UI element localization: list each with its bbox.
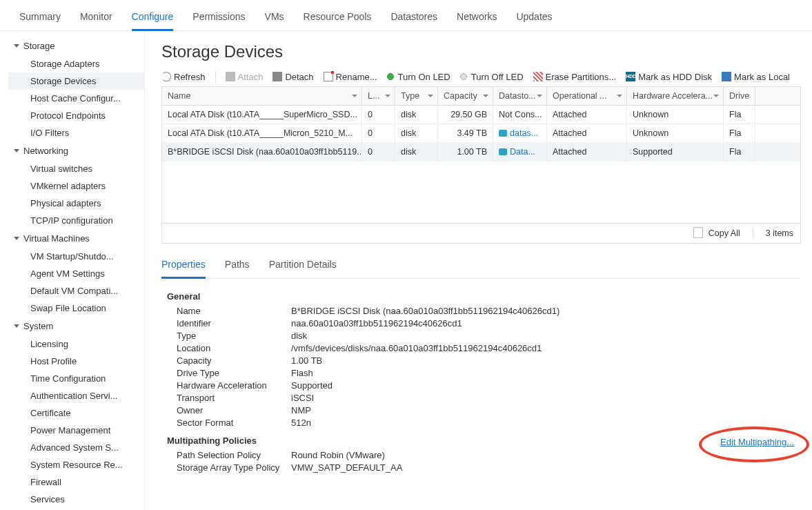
detail-tabs: PropertiesPathsPartition Details xyxy=(161,253,801,279)
sidebar-item-vmkernel-adapters[interactable]: VMkernel adapters xyxy=(8,177,144,195)
table-row[interactable]: Local ATA Disk (t10.ATA_____SuperMicro_S… xyxy=(162,106,800,124)
refresh-button[interactable]: Refresh xyxy=(161,72,206,82)
detach-button[interactable]: Detach xyxy=(273,72,313,82)
sidebar-item-host-cache-configur-[interactable]: Host Cache Configur... xyxy=(8,90,144,107)
col-capacity[interactable]: Capacity xyxy=(438,87,493,105)
col-drive[interactable]: Drive xyxy=(724,87,755,105)
tab-vms[interactable]: VMs xyxy=(265,7,284,30)
detail-tab-paths[interactable]: Paths xyxy=(225,253,250,278)
property-label: Type xyxy=(167,331,291,341)
tab-summary[interactable]: Summary xyxy=(19,7,61,30)
sidebar-item-power-management[interactable]: Power Management xyxy=(8,422,144,439)
table-row[interactable]: Local ATA Disk (t10.ATA_____Micron_5210_… xyxy=(162,124,800,143)
datastore-link[interactable]: datas... xyxy=(510,128,538,138)
sidebar-item-protocol-endpoints[interactable]: Protocol Endpoints xyxy=(8,107,144,124)
sidebar-item-authentication-servi-[interactable]: Authentication Servi... xyxy=(8,387,144,404)
cell-text: Not Cons... xyxy=(499,110,542,119)
detail-tab-properties[interactable]: Properties xyxy=(161,253,206,279)
sidebar-group-virtual-machines[interactable]: Virtual Machines xyxy=(8,229,144,248)
datastore-icon xyxy=(499,130,507,137)
tab-permissions[interactable]: Permissions xyxy=(192,7,245,30)
table-row[interactable]: B*BRIDGE iSCSI Disk (naa.60a010a03ff1bb5… xyxy=(162,143,800,161)
sidebar-item-certificate[interactable]: Certificate xyxy=(8,404,144,422)
mark-hdd-button[interactable]: HDDMark as HDD Disk xyxy=(626,72,712,82)
cell: Local ATA Disk (t10.ATA_____SuperMicro_S… xyxy=(162,106,362,124)
detail-tab-partition-details[interactable]: Partition Details xyxy=(269,253,337,278)
sidebar-item-storage-devices[interactable]: Storage Devices xyxy=(8,72,144,90)
turn-on-led-button[interactable]: Turn On LED xyxy=(387,72,450,82)
cell: 0 xyxy=(362,143,395,161)
cell: 1.00 TB xyxy=(438,143,493,161)
cell-text: 0 xyxy=(368,147,373,157)
cell: Attached xyxy=(547,124,627,142)
property-value: NMP xyxy=(291,405,795,415)
attach-button[interactable]: Attach xyxy=(226,72,264,82)
main-panel: Storage Devices Refresh Attach Detach Re… xyxy=(145,31,812,490)
col-datastore[interactable]: Datasto... xyxy=(493,87,547,105)
sidebar-item-tcp-ip-configuration[interactable]: TCP/IP configuration xyxy=(8,212,144,229)
tab-datastores[interactable]: Datastores xyxy=(390,7,437,30)
col-name-label: Name xyxy=(168,91,190,101)
cell-text: Unknown xyxy=(633,110,669,119)
cell: Fla xyxy=(724,106,755,124)
cell: B*BRIDGE iSCSI Disk (naa.60a010a03ff1bb5… xyxy=(162,143,362,161)
cell: Fla xyxy=(724,143,755,161)
sidebar-item-agent-vm-settings[interactable]: Agent VM Settings xyxy=(8,265,144,282)
tab-networks[interactable]: Networks xyxy=(457,7,497,30)
sidebar-item-system-resource-re-[interactable]: System Resource Re... xyxy=(8,456,144,473)
property-row: NameB*BRIDGE iSCSI Disk (naa.60a010a03ff… xyxy=(167,304,795,317)
cell: Fla xyxy=(724,124,755,142)
tab-configure[interactable]: Configure xyxy=(132,7,174,31)
sidebar-item-services[interactable]: Services xyxy=(8,491,144,508)
property-label: Storage Array Type Policy xyxy=(167,462,291,473)
property-value: Supported xyxy=(291,380,795,391)
chevron-down-icon xyxy=(14,237,19,240)
property-value: B*BRIDGE iSCSI Disk (naa.60a010a03ff1bb5… xyxy=(291,306,795,316)
sort-caret-icon xyxy=(483,95,488,97)
sidebar-group-networking[interactable]: Networking xyxy=(8,141,144,160)
page-title: Storage Devices xyxy=(161,42,801,61)
mark-local-label: Mark as Local xyxy=(734,72,790,82)
col-lun-label: L... xyxy=(368,91,379,101)
sidebar-item-vm-startup-shutdo-[interactable]: VM Startup/Shutdo... xyxy=(8,248,144,265)
datastore-icon xyxy=(499,148,507,155)
property-label: Path Selection Policy xyxy=(167,450,291,460)
cell: Local ATA Disk (t10.ATA_____Micron_5210_… xyxy=(162,124,362,142)
col-name[interactable]: Name xyxy=(162,87,362,105)
sidebar-item-physical-adapters[interactable]: Physical adapters xyxy=(8,195,144,212)
sidebar-item-time-configuration[interactable]: Time Configuration xyxy=(8,370,144,387)
col-hardware-accel[interactable]: Hardware Accelera... xyxy=(627,87,724,105)
datastore-link[interactable]: Data... xyxy=(510,147,535,157)
sidebar-item-host-profile[interactable]: Host Profile xyxy=(8,353,144,370)
col-datastore-label: Datasto... xyxy=(499,91,536,101)
tab-monitor[interactable]: Monitor xyxy=(80,7,112,30)
sidebar-group-storage[interactable]: Storage xyxy=(8,37,144,55)
sidebar-item-advanced-system-s-[interactable]: Advanced System S... xyxy=(8,439,144,456)
rename-button[interactable]: Rename... xyxy=(324,72,377,82)
chevron-down-icon xyxy=(14,149,19,153)
edit-multipathing-link[interactable]: Edit Multipathing... xyxy=(720,437,794,447)
rename-label: Rename... xyxy=(336,72,377,82)
sidebar-group-system[interactable]: System xyxy=(8,317,144,335)
col-operational[interactable]: Operational ... xyxy=(547,87,627,105)
sidebar-item-virtual-switches[interactable]: Virtual switches xyxy=(8,160,144,177)
sidebar-item-default-vm-compati-[interactable]: Default VM Compati... xyxy=(8,282,144,300)
sidebar-item-i-o-filters[interactable]: I/O Filters xyxy=(8,124,144,141)
tab-updates[interactable]: Updates xyxy=(516,7,552,30)
sidebar: StorageStorage AdaptersStorage DevicesHo… xyxy=(0,31,145,510)
turn-off-led-button[interactable]: Turn Off LED xyxy=(460,72,524,82)
sort-caret-icon xyxy=(617,95,622,97)
sidebar-item-firewall[interactable]: Firewall xyxy=(8,473,144,491)
sidebar-item-storage-adapters[interactable]: Storage Adapters xyxy=(8,55,144,72)
tab-resource-pools[interactable]: Resource Pools xyxy=(304,7,372,30)
sidebar-item-swap-file-location[interactable]: Swap File Location xyxy=(8,300,144,317)
sidebar-item-licensing[interactable]: Licensing xyxy=(8,335,144,353)
property-value: Flash xyxy=(291,368,795,378)
chevron-down-icon xyxy=(14,44,19,48)
col-type[interactable]: Type xyxy=(395,87,438,105)
copy-all-button[interactable]: Copy All xyxy=(695,228,740,238)
erase-partitions-button[interactable]: Erase Partitions... xyxy=(533,72,617,82)
sort-caret-icon xyxy=(352,95,357,97)
col-lun[interactable]: L... xyxy=(362,87,395,105)
mark-local-button[interactable]: Mark as Local xyxy=(722,72,790,82)
